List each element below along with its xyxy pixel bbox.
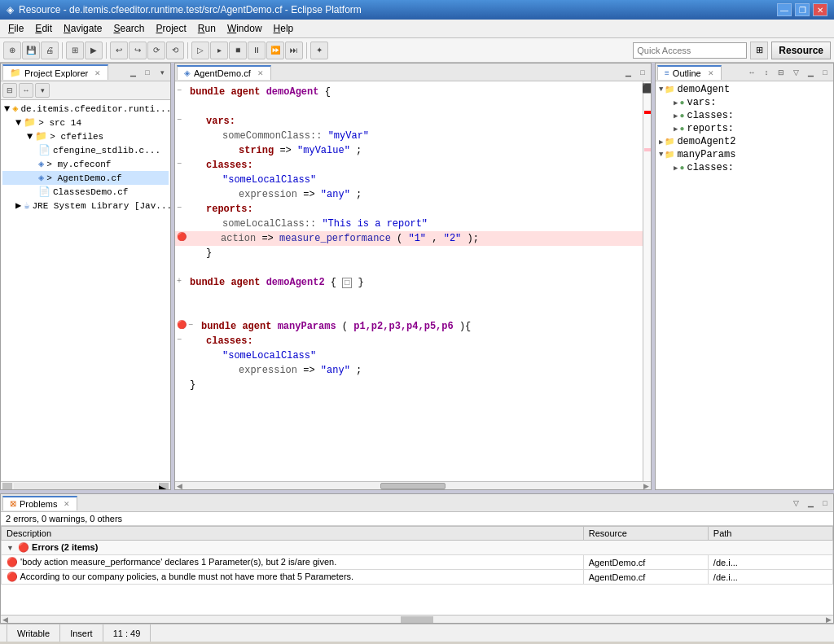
- classes2-arrow[interactable]: ▶: [674, 164, 678, 173]
- minimize-button[interactable]: —: [777, 3, 792, 16]
- problems-table-container[interactable]: Description Resource Path ▼ 🔴 Errors (2 …: [1, 526, 833, 615]
- src-folder[interactable]: ▼ 📁 > src 14: [2, 116, 169, 129]
- demoagent2-arrow[interactable]: ▶: [659, 138, 663, 147]
- close-editor-tab-icon[interactable]: ✕: [257, 69, 264, 77]
- menu-navigate[interactable]: Navigate: [59, 21, 107, 36]
- col-description[interactable]: Description: [2, 527, 584, 541]
- explorer-menu-button[interactable]: ▾: [35, 83, 50, 98]
- open-perspective-button[interactable]: ⊞: [750, 42, 768, 59]
- toolbar-btn-6[interactable]: ↩: [110, 42, 128, 59]
- toolbar-btn-9[interactable]: ⟲: [166, 42, 184, 59]
- problems-scroll-right[interactable]: ▶: [826, 616, 832, 624]
- collapse-all-button[interactable]: ⊟: [2, 83, 17, 98]
- menu-file[interactable]: File: [3, 21, 29, 36]
- editor-tab-agentdemo[interactable]: ◈ AgentDemo.cf ✕: [177, 65, 271, 80]
- outline-maximize[interactable]: □: [819, 66, 832, 79]
- fold-classes[interactable]: −: [177, 158, 188, 170]
- problems-scroll-thumb[interactable]: [401, 616, 433, 623]
- problems-scrollbar-h[interactable]: ◀ ▶: [1, 615, 833, 623]
- view-menu-button[interactable]: ▾: [156, 66, 169, 79]
- menu-project[interactable]: Project: [151, 21, 191, 36]
- scroll-thumb-h[interactable]: [380, 483, 446, 489]
- cfengine-file[interactable]: 📄 cfengine_stdlib.c...: [2, 143, 169, 157]
- classesdemo-file[interactable]: 📄 ClassesDemo.cf: [2, 185, 169, 199]
- menu-edit[interactable]: Edit: [30, 21, 57, 36]
- toolbar-btn-12[interactable]: ◾: [229, 42, 247, 59]
- toolbar-btn-15[interactable]: ⏭: [285, 42, 303, 59]
- outline-manyparams[interactable]: ▼ 📁 manyParams: [657, 148, 832, 161]
- error-row-2[interactable]: 🔴 According to our company policies, a b…: [2, 570, 833, 585]
- outline-reports[interactable]: ▶ ● reports:: [657, 122, 832, 135]
- problems-minimize[interactable]: ▁: [804, 497, 817, 510]
- problems-tab[interactable]: ⊠ Problems ✕: [2, 496, 77, 510]
- jre-library[interactable]: ▶ ☕ JRE System Library [Jav...: [2, 199, 169, 212]
- fold-1[interactable]: −: [177, 85, 188, 97]
- outline-tab[interactable]: ≡ Outline ✕: [657, 65, 722, 80]
- problems-scroll-left[interactable]: ◀: [2, 616, 8, 624]
- menu-window[interactable]: Window: [222, 21, 267, 36]
- maximize-panel-button[interactable]: □: [141, 66, 154, 79]
- my-cfeconf[interactable]: ◈ > my.cfeconf: [2, 157, 169, 171]
- error-row-1[interactable]: 🔴 'body action measure_performance' decl…: [2, 555, 833, 570]
- demoagent-arrow[interactable]: ▼: [659, 85, 663, 94]
- error-group-header[interactable]: ▼ 🔴 Errors (2 items): [2, 541, 833, 555]
- outline-demoagent2[interactable]: ▶ 📁 demoAgent2: [657, 135, 832, 148]
- agentdemo-file[interactable]: ◈ > AgentDemo.cf: [2, 171, 169, 185]
- scroll-right-arrow[interactable]: ▶: [643, 482, 649, 490]
- scroll-left-arrow[interactable]: ◀: [177, 482, 182, 490]
- fold-reports[interactable]: −: [177, 202, 188, 214]
- toolbar-btn-13[interactable]: ⏸: [248, 42, 266, 59]
- editor-scrollbar-h[interactable]: ◀ ▶: [175, 481, 651, 489]
- quick-access-input[interactable]: [633, 42, 747, 59]
- toolbar-btn-3[interactable]: 🖨: [41, 42, 59, 59]
- manyparams-arrow[interactable]: ▼: [659, 151, 663, 159]
- outline-collapse[interactable]: ⊟: [775, 66, 788, 79]
- classes-arrow[interactable]: ▶: [674, 112, 678, 120]
- project-root[interactable]: ▼ ◈ de.itemis.cfeeditor.runti...: [2, 102, 169, 116]
- resource-button[interactable]: Resource: [771, 42, 831, 59]
- outline-classes[interactable]: ▶ ● classes:: [657, 109, 832, 122]
- col-resource[interactable]: Resource: [583, 527, 708, 541]
- title-controls[interactable]: — ❐ ✕: [777, 3, 827, 16]
- close-tab-icon[interactable]: ✕: [94, 69, 101, 77]
- toolbar-btn-14[interactable]: ⏩: [266, 42, 284, 59]
- toolbar-btn-16[interactable]: ✦: [310, 42, 328, 59]
- editor-maximize[interactable]: □: [636, 66, 649, 79]
- outline-classes2[interactable]: ▶ ● classes:: [657, 161, 832, 174]
- toolbar-btn-2[interactable]: 💾: [22, 42, 40, 59]
- outline-demoagent[interactable]: ▼ 📁 demoAgent: [657, 83, 832, 96]
- problems-filter[interactable]: ▽: [789, 497, 802, 510]
- link-editor-button[interactable]: ↔: [19, 83, 33, 98]
- menu-search[interactable]: Search: [108, 21, 149, 36]
- menu-run[interactable]: Run: [193, 21, 221, 36]
- outline-sort[interactable]: ↕: [760, 66, 773, 79]
- project-explorer-tab[interactable]: 📁 Project Explorer ✕: [2, 64, 108, 80]
- menu-help[interactable]: Help: [269, 21, 299, 36]
- explorer-scrollbar-h[interactable]: ▶: [1, 481, 170, 489]
- toolbar-btn-4[interactable]: ⊞: [66, 42, 84, 59]
- toolbar-btn-7[interactable]: ↪: [129, 42, 147, 59]
- col-path[interactable]: Path: [708, 527, 832, 541]
- vars-arrow[interactable]: ▶: [674, 99, 678, 107]
- outline-minimize[interactable]: ▁: [804, 66, 817, 79]
- toolbar-btn-8[interactable]: ⟳: [147, 42, 165, 59]
- outline-filter[interactable]: ▽: [789, 66, 802, 79]
- new-button[interactable]: ⊕: [3, 42, 21, 59]
- maximize-button[interactable]: ❐: [795, 3, 810, 16]
- toolbar-btn-5[interactable]: ▶: [85, 42, 103, 59]
- close-outline-tab-icon[interactable]: ✕: [708, 69, 714, 77]
- close-problems-tab-icon[interactable]: ✕: [64, 500, 70, 508]
- problems-maximize[interactable]: □: [819, 497, 832, 510]
- fold-classes2[interactable]: −: [177, 334, 188, 346]
- outline-vars[interactable]: ▶ ● vars:: [657, 96, 832, 109]
- code-content[interactable]: − bundle agent demoAgent {: [175, 81, 643, 481]
- toolbar-btn-11[interactable]: ▸: [210, 42, 228, 59]
- fold-manyparams[interactable]: −: [188, 319, 200, 331]
- reports-arrow[interactable]: ▶: [674, 125, 678, 134]
- minimize-panel-button[interactable]: ▁: [126, 66, 139, 79]
- cfefiles-folder[interactable]: ▼ 📁 > cfefiles: [2, 129, 169, 143]
- fold-vars[interactable]: −: [177, 114, 188, 126]
- fold-demoagent2[interactable]: +: [177, 275, 188, 287]
- toolbar-btn-10[interactable]: ▷: [191, 42, 209, 59]
- close-button[interactable]: ✕: [813, 3, 827, 16]
